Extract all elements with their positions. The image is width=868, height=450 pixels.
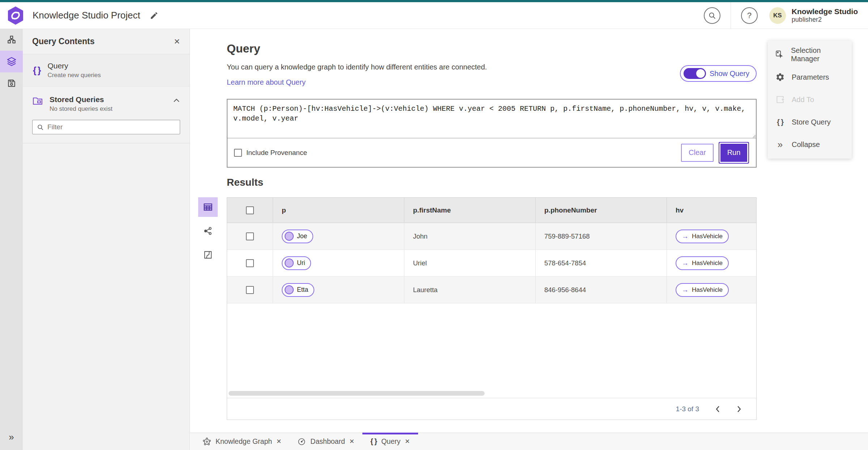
query-item-title: Query	[47, 62, 101, 70]
rail-item-layers[interactable]	[0, 51, 23, 72]
selection-manager-icon	[775, 50, 784, 59]
page-title: Query	[227, 42, 260, 55]
tab-query[interactable]: { } Query ✕	[362, 433, 418, 450]
tab-dashboard[interactable]: Dashboard ✕	[289, 433, 362, 450]
filter-field[interactable]	[32, 120, 180, 134]
column-header-phonenumber[interactable]: p.phoneNumber	[536, 198, 667, 223]
row-checkbox[interactable]	[246, 286, 254, 294]
chevron-up-icon[interactable]	[173, 95, 180, 103]
close-icon[interactable]: ✕	[276, 438, 281, 445]
table-header-row: p p.firstName p.phoneNumber hv	[227, 198, 756, 223]
clear-button[interactable]: Clear	[681, 144, 714, 162]
tab-label: Knowledge Graph	[216, 437, 272, 446]
include-provenance-label: Include Provenance	[246, 149, 307, 157]
row-checkbox[interactable]	[246, 259, 254, 267]
table-icon	[203, 202, 213, 212]
include-provenance-checkbox[interactable]	[234, 149, 242, 157]
close-icon[interactable]: ✕	[349, 438, 354, 445]
store-query-button[interactable]: { } Store Query	[768, 111, 852, 133]
node-circle-icon	[285, 258, 294, 268]
horizontal-scrollbar[interactable]	[229, 391, 485, 396]
results-table: p p.firstName p.phoneNumber hv Joe John …	[227, 197, 757, 420]
map-view-button[interactable]	[198, 245, 218, 265]
account-info: Knowledge Studio publisher2	[792, 7, 858, 24]
show-query-label: Show Query	[710, 70, 749, 78]
parameters-label: Parameters	[792, 73, 829, 81]
query-text-input[interactable]: MATCH (p:Person)-[hv:HasVehicle]->(v:Veh…	[227, 100, 756, 138]
column-header-firstname[interactable]: p.firstName	[404, 198, 536, 223]
entity-chip[interactable]: Joe	[282, 230, 313, 243]
braces-icon: { }	[33, 65, 40, 76]
next-page-icon[interactable]	[736, 405, 742, 413]
node-circle-icon	[285, 285, 294, 294]
parameters-button[interactable]: Parameters	[768, 66, 852, 88]
gear-icon	[775, 72, 785, 82]
toggle-on-icon	[684, 68, 706, 79]
page-description: You can query a knowledge graph to ident…	[227, 63, 487, 71]
cell-phonenumber: 578-654-7854	[536, 250, 667, 276]
filter-input[interactable]	[47, 123, 175, 131]
knowledge-graph-icon	[203, 437, 211, 446]
network-icon	[203, 226, 213, 236]
edge-chip-label: HasVehicle	[692, 233, 723, 240]
edge-chip[interactable]: → HasVehicle	[676, 230, 729, 243]
close-icon[interactable]: ✕	[405, 438, 410, 445]
search-icon[interactable]	[704, 7, 720, 24]
tab-knowledge-graph[interactable]: Knowledge Graph ✕	[195, 433, 289, 450]
stored-queries-title: Stored Queries	[50, 95, 112, 104]
select-all-checkbox[interactable]	[246, 206, 254, 214]
edge-chip[interactable]: → HasVehicle	[676, 256, 729, 270]
arrow-right-icon: →	[682, 232, 689, 240]
node-circle-icon	[285, 232, 294, 241]
braces-icon: { }	[370, 437, 377, 446]
graph-view-button[interactable]	[198, 221, 218, 241]
table-view-button[interactable]	[198, 197, 218, 217]
column-header-p[interactable]: p	[273, 198, 404, 223]
table-row: Etta Lauretta 846-956-8644 → HasVehicle	[227, 277, 756, 303]
user-name: publisher2	[792, 16, 858, 24]
rail-item-pipeline[interactable]	[0, 29, 23, 51]
show-query-toggle[interactable]: Show Query	[680, 65, 757, 82]
entity-chip[interactable]: Uri	[282, 256, 311, 270]
cell-firstname: John	[404, 223, 536, 249]
pagination-label: 1-3 of 3	[676, 405, 699, 413]
collapse-button[interactable]: » Collapse	[768, 133, 852, 156]
tab-label: Query	[381, 437, 400, 446]
save-icon	[7, 79, 16, 88]
sidebar-item-stored-queries[interactable]: Stored Queries No stored queries exist	[23, 89, 190, 113]
query-actions-panel: Selection Manager Parameters Add To { } …	[768, 41, 852, 159]
learn-more-link[interactable]: Learn more about Query	[227, 78, 306, 87]
avatar[interactable]: KS	[769, 7, 786, 24]
edit-title-button[interactable]	[150, 11, 158, 20]
results-view-toolbar	[198, 197, 218, 265]
column-header-hv[interactable]: hv	[667, 198, 756, 223]
expand-panel-button[interactable]: »	[0, 432, 23, 443]
run-button[interactable]: Run	[720, 144, 747, 162]
collapse-icon: »	[775, 141, 785, 148]
stored-queries-subtitle: No stored queries exist	[50, 105, 112, 113]
selection-manager-button[interactable]: Selection Manager	[768, 43, 852, 66]
cell-firstname: Uriel	[404, 250, 536, 276]
search-icon	[37, 124, 44, 131]
rail-item-save[interactable]	[0, 72, 23, 94]
map-icon	[203, 250, 213, 260]
entity-chip-label: Joe	[297, 232, 307, 240]
arrow-right-icon: →	[682, 259, 689, 267]
results-title: Results	[227, 177, 263, 188]
panel-title: Query Contents	[32, 37, 95, 46]
previous-page-icon[interactable]	[715, 405, 720, 413]
sidebar-divider	[23, 143, 190, 143]
entity-chip-label: Etta	[297, 286, 308, 294]
edge-chip[interactable]: → HasVehicle	[676, 283, 729, 297]
help-icon[interactable]: ?	[741, 7, 758, 24]
query-workspace: Query You can query a knowledge graph to…	[190, 29, 868, 433]
document-tabbar: Knowledge Graph ✕ Dashboard ✕ { } Query …	[190, 433, 868, 450]
row-checkbox[interactable]	[246, 232, 254, 240]
add-to-icon	[775, 95, 785, 104]
close-icon[interactable]: ✕	[174, 37, 180, 46]
collapse-label: Collapse	[792, 140, 820, 149]
folder-icon	[32, 95, 43, 106]
sidebar-item-query[interactable]: { } Query Create new queries	[23, 54, 190, 87]
dashboard-icon	[297, 437, 306, 446]
entity-chip[interactable]: Etta	[282, 283, 314, 297]
